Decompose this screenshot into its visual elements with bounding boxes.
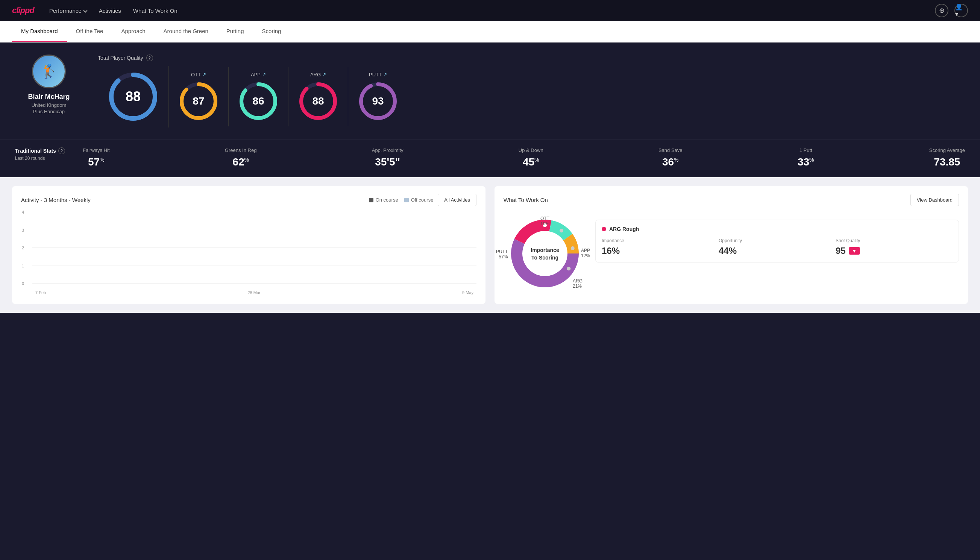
bar-group-1	[67, 212, 96, 283]
donut-label-arg: ARG 21%	[573, 278, 582, 289]
arrow-up-icon: ↗	[383, 72, 387, 77]
gauge-value-app: 86	[252, 95, 264, 107]
stats-help-icon[interactable]: ?	[58, 147, 65, 154]
work-card-header: What To Work On View Dashboard	[504, 194, 959, 206]
activity-bar-chart: 4 3 2 1 0 7 Feb 28 Mar 9 May	[21, 212, 476, 295]
score-card-arg: ARG ↗ 88	[288, 67, 348, 127]
bar-group-10	[350, 212, 379, 283]
donut-label-app: APP 12%	[581, 248, 590, 258]
gauge-value-arg: 88	[312, 95, 324, 107]
player-country: United Kingdom	[32, 102, 67, 108]
scores-section: Total Player Quality ? 88 OTT ↗ 87 APP ↗…	[98, 55, 965, 127]
gauge-value-putt: 93	[372, 95, 384, 107]
donut-label-ott: OTT 10%	[541, 216, 549, 227]
stat-label: Fairways Hit	[83, 147, 110, 153]
gauge-arg: 88	[298, 80, 339, 122]
chart-legend: On course Off course	[369, 197, 434, 203]
tab-bar: My DashboardOff the TeeApproachAround th…	[0, 21, 980, 42]
activity-card-header: Activity - 3 Months - Weekly On course O…	[21, 194, 476, 206]
score-card-putt: PUTT ↗ 93	[348, 67, 408, 127]
x-label-end: 9 May	[462, 290, 473, 295]
score-label-arg: ARG ↗	[310, 72, 326, 77]
arg-importance-stat: Importance 16%	[602, 238, 719, 256]
stats-items: Fairways Hit 57% Greens In Reg 62% App. …	[83, 147, 965, 168]
arg-opportunity-label: Opportunity	[719, 238, 835, 243]
stat-item-app.-proximity: App. Proximity 35'5"	[372, 147, 404, 168]
arg-opportunity-stat: Opportunity 44%	[719, 238, 835, 256]
arrow-up-icon: ↗	[262, 72, 266, 77]
main-score-card: 88	[98, 66, 169, 127]
player-name: Blair McHarg	[28, 93, 70, 101]
stat-value: 45%	[519, 156, 543, 168]
tab-scoring[interactable]: Scoring	[253, 21, 290, 42]
stat-value: 35'5"	[372, 156, 404, 168]
stat-label: 1 Putt	[798, 147, 814, 153]
nav-activities[interactable]: Activities	[99, 8, 121, 14]
activity-chart-title: Activity - 3 Months - Weekly	[21, 197, 91, 203]
view-dashboard-button[interactable]: View Dashboard	[910, 194, 959, 206]
all-activities-button[interactable]: All Activities	[438, 194, 476, 206]
brand-logo[interactable]: clippd	[12, 6, 34, 15]
gauge-app: 86	[238, 80, 279, 122]
arg-importance-value: 16%	[602, 246, 719, 256]
activity-card: Activity - 3 Months - Weekly On course O…	[12, 186, 486, 304]
nav-links: Performance Activities What To Work On	[49, 8, 178, 14]
top-navigation: clippd Performance Activities What To Wo…	[0, 0, 980, 21]
donut-center-text: Importance To Scoring	[531, 247, 559, 262]
legend-off-course: Off course	[404, 197, 434, 203]
user-menu-button[interactable]: 👤 ▾	[954, 4, 968, 17]
stat-label: Scoring Average	[929, 147, 965, 153]
tab-putting[interactable]: Putting	[217, 21, 253, 42]
score-label-app: APP ↗	[251, 72, 266, 77]
tab-my-dashboard[interactable]: My Dashboard	[12, 21, 67, 42]
gauge-value-ott: 87	[193, 95, 204, 107]
tab-around-the-green[interactable]: Around the Green	[155, 21, 217, 42]
stat-value: 73.85	[929, 156, 965, 168]
bar-group-2	[98, 212, 128, 283]
arg-shot-quality-value: 95 ▼	[835, 246, 953, 256]
bar-group-4	[161, 212, 191, 283]
bar-group-12	[413, 212, 442, 283]
donut-dot	[567, 267, 571, 270]
stat-label: Sand Save	[659, 147, 682, 153]
arg-opportunity-value: 44%	[719, 246, 835, 256]
nav-what-to-work-on[interactable]: What To Work On	[133, 8, 178, 14]
stat-value: 33%	[798, 156, 814, 168]
nav-performance[interactable]: Performance	[49, 8, 87, 14]
bar-group-6	[224, 212, 253, 283]
bar-group-8	[287, 212, 316, 283]
stats-title: Traditional Stats ?	[15, 147, 83, 154]
tab-approach[interactable]: Approach	[112, 21, 154, 42]
gauge-putt: 93	[357, 80, 399, 122]
add-button[interactable]: ⊕	[935, 4, 948, 17]
stat-item-sand-save: Sand Save 36%	[659, 147, 682, 168]
work-card-title: What To Work On	[504, 197, 548, 203]
bars-container	[32, 212, 476, 283]
bar-group-0	[35, 212, 65, 283]
score-cards: 88 OTT ↗ 87 APP ↗ 86 ARG ↗ 88	[98, 66, 965, 127]
stat-label: Up & Down	[519, 147, 543, 153]
bar-group-13	[444, 212, 473, 283]
stat-item-up-&-down: Up & Down 45%	[519, 147, 543, 168]
gauge-ott: 87	[178, 80, 219, 122]
stat-label: App. Proximity	[372, 147, 404, 153]
stats-label-col: Traditional Stats ? Last 20 rounds	[15, 147, 83, 161]
stat-value: 36%	[659, 156, 682, 168]
shot-quality-badge: ▼	[849, 247, 860, 255]
arg-shot-quality-stat: Shot Quality 95 ▼	[835, 238, 953, 256]
bar-group-11	[381, 212, 411, 283]
stat-item-1-putt: 1 Putt 33%	[798, 147, 814, 168]
on-course-dot	[369, 198, 373, 202]
donut-dot	[559, 229, 563, 232]
arg-shot-quality-label: Shot Quality	[835, 238, 953, 243]
player-handicap: Plus Handicap	[33, 109, 65, 114]
help-icon[interactable]: ?	[146, 55, 153, 61]
off-course-dot	[404, 198, 409, 202]
stat-item-fairways-hit: Fairways Hit 57%	[83, 147, 110, 168]
arg-importance-label: Importance	[602, 238, 719, 243]
arg-card-header: ARG Rough	[602, 226, 953, 232]
tab-off-the-tee[interactable]: Off the Tee	[67, 21, 112, 42]
header-section: 🏌️ Blair McHarg United Kingdom Plus Hand…	[0, 42, 980, 140]
work-content: Importance To Scoring OTT 10% APP 12% AR…	[504, 212, 959, 297]
arg-card-title: ARG Rough	[609, 226, 639, 232]
